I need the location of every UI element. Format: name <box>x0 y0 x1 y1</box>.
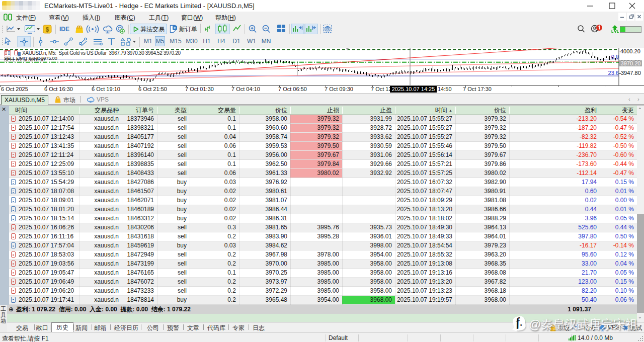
svg-text:$: $ <box>46 26 49 33</box>
svg-text:IDE: IDE <box>59 26 69 33</box>
